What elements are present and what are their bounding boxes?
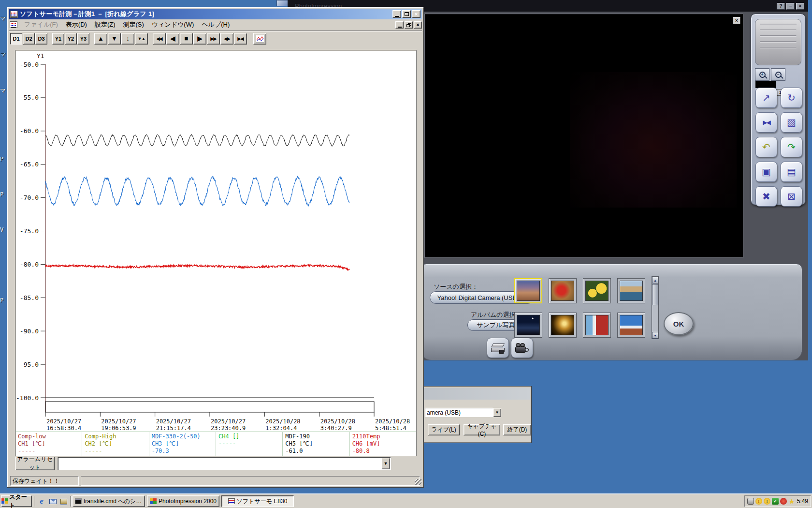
alarm-history-dropdown[interactable]: ▼ xyxy=(58,457,391,470)
mail-launch[interactable] xyxy=(48,496,58,506)
stop-button[interactable]: ■ xyxy=(180,33,193,45)
step-back-icon: ◀ xyxy=(171,35,175,42)
delete-button[interactable]: ✖ xyxy=(755,186,777,207)
thumbnail-night-skyline[interactable] xyxy=(514,313,542,338)
alarm-reset-button[interactable]: アラームリセット xyxy=(15,457,55,470)
menu-file[interactable]: ファイル(F) xyxy=(20,20,62,29)
rotate-tool-button[interactable]: ↻ xyxy=(781,88,802,108)
scroll-up-button[interactable]: ▲ xyxy=(94,33,107,45)
fit-x-button[interactable]: ▶◀ xyxy=(234,33,247,45)
legend-channel-3: MDF-330-2(-50)CH3 [℃]-70.3 xyxy=(149,432,216,456)
expand-y-button[interactable]: ↕ xyxy=(121,33,134,45)
y2-button[interactable]: Y2 xyxy=(65,33,77,45)
minimize-button[interactable]: – xyxy=(786,3,795,10)
thumbnail-gold-spiral[interactable] xyxy=(549,313,577,338)
x-tick-time: 3:40:27.9 xyxy=(320,425,352,432)
scan-button[interactable] xyxy=(487,338,509,358)
desktop-icon-fragment: P xyxy=(0,191,6,198)
expand-x-button[interactable]: ◀▶ xyxy=(220,33,233,45)
show-desktop-launch[interactable] xyxy=(59,496,69,506)
ok-button[interactable]: OK xyxy=(664,312,694,335)
help-button[interactable]: ? xyxy=(777,3,785,10)
thumbnail-rock-spires[interactable] xyxy=(514,278,542,303)
d1-button[interactable]: D1 xyxy=(10,33,22,45)
menu-measure[interactable]: 測定(S) xyxy=(119,20,147,29)
paste-button[interactable]: ▤ xyxy=(781,162,802,182)
zoom-out-button[interactable]: − xyxy=(771,68,785,81)
cmd-icon xyxy=(75,498,82,504)
alarm-history-field[interactable] xyxy=(58,457,391,470)
menu-help[interactable]: ヘルプ(H) xyxy=(198,20,233,29)
softthermo-titlebar[interactable]: ソフトサーモ計測－計測1 － [折れ線グラフ 1] × xyxy=(9,9,422,19)
thumbnail-yellow-flowers[interactable] xyxy=(583,278,611,303)
video-capture-button[interactable] xyxy=(511,338,533,358)
start-button[interactable]: スタート xyxy=(1,495,32,507)
scroll-down-icon[interactable]: ▼ xyxy=(652,332,658,339)
internet-explorer-launch[interactable]: e xyxy=(37,496,46,506)
y1-button[interactable]: Y1 xyxy=(52,33,64,45)
thumbnail-harbor-town[interactable] xyxy=(617,278,645,303)
close-icon[interactable]: × xyxy=(733,17,740,24)
d2-button[interactable]: D2 xyxy=(23,33,35,45)
menu-settings[interactable]: 設定(Z) xyxy=(91,20,119,29)
antivirus-icon[interactable]: ✓ xyxy=(772,498,779,505)
menu-window[interactable]: ウィンドウ(W) xyxy=(148,20,198,29)
chevron-down-icon[interactable]: ▼ xyxy=(493,408,501,417)
minimize-button[interactable] xyxy=(392,10,401,18)
thumbnail-lighthouse[interactable] xyxy=(583,313,611,338)
chevron-down-icon[interactable]: ▼ xyxy=(381,458,390,469)
resize-tool-button[interactable]: ↗ xyxy=(755,88,777,108)
mdi-minimize-button[interactable] xyxy=(395,21,404,29)
undo-button[interactable]: ↶ xyxy=(755,137,777,157)
thumbnail-scrollbar[interactable]: ▲ ▼ xyxy=(652,276,659,339)
redo-button[interactable]: ↷ xyxy=(781,137,802,157)
live-button[interactable]: ライブ(L) xyxy=(428,424,460,435)
close-button[interactable]: × xyxy=(796,3,804,10)
status-message: 保存ウェイト！！ xyxy=(10,476,79,486)
copy-button[interactable]: ▣ xyxy=(755,162,777,182)
task-button-3[interactable]: ソフトサーモ E830 xyxy=(221,495,294,507)
zoom-in-button[interactable]: + xyxy=(755,68,769,81)
mdi-restore-button[interactable] xyxy=(405,21,413,29)
copy-icon: ▣ xyxy=(762,166,771,178)
thumbnail-red-cardinal[interactable] xyxy=(549,278,577,303)
close-button[interactable]: × xyxy=(412,10,420,18)
y3-button[interactable]: Y3 xyxy=(77,33,89,45)
task-button-2[interactable]: PhotoImpression 2000 xyxy=(147,495,219,507)
fax-icon[interactable] xyxy=(747,498,754,505)
rewind-button[interactable]: ◀◀ xyxy=(153,33,166,45)
resize-grip[interactable] xyxy=(415,479,421,485)
palette-grip[interactable] xyxy=(755,19,801,65)
x-tick-date: 2025/10/28 xyxy=(265,418,300,425)
window-title: ソフトサーモ計測－計測1 － [折れ線グラフ 1] xyxy=(20,10,391,18)
task-button-1[interactable]: transfile.cmd へのショート... xyxy=(72,495,145,507)
mdi-close-button[interactable]: × xyxy=(414,21,422,29)
flip-tool-button[interactable]: ▶◀ xyxy=(755,112,777,133)
crop-tool-button[interactable]: ▧ xyxy=(781,112,802,133)
y-tick-label: -100.0 xyxy=(16,394,39,402)
capture-button[interactable]: キャプチャ(C) xyxy=(464,424,500,435)
warning-icon[interactable]: ! xyxy=(764,498,770,505)
exit-button[interactable]: 終了(D) xyxy=(503,424,531,435)
scrollbar-thumb[interactable] xyxy=(652,284,658,305)
d3-button[interactable]: D3 xyxy=(35,33,47,45)
menu-view[interactable]: 表示(D) xyxy=(62,20,91,29)
lighthouse-photo xyxy=(585,315,609,335)
y-tick-label: -70.0 xyxy=(20,194,39,201)
fast-forward-button[interactable]: ▶▶ xyxy=(207,33,220,45)
maximize-button[interactable] xyxy=(402,10,411,18)
channel-label: CH6 [mV] xyxy=(352,440,416,448)
star-icon[interactable]: ★ xyxy=(788,498,795,505)
step-back-button[interactable]: ◀ xyxy=(166,33,179,45)
fit-y-button[interactable]: ▼▲ xyxy=(135,33,148,45)
thumbnail-canyon-sky[interactable] xyxy=(617,313,645,338)
graph-settings-button[interactable] xyxy=(253,33,266,45)
update-icon[interactable]: ! xyxy=(755,498,762,505)
scroll-down-button[interactable]: ▼ xyxy=(108,33,121,45)
alert-icon[interactable] xyxy=(780,498,787,505)
step-forward-button[interactable]: ▶ xyxy=(193,33,206,45)
scroll-up-icon[interactable]: ▲ xyxy=(652,277,658,284)
camera-select-dropdown[interactable]: amera (USB) xyxy=(425,408,493,417)
close-image-icon: ⊠ xyxy=(787,191,796,202)
close-image-button[interactable]: ⊠ xyxy=(781,186,802,207)
